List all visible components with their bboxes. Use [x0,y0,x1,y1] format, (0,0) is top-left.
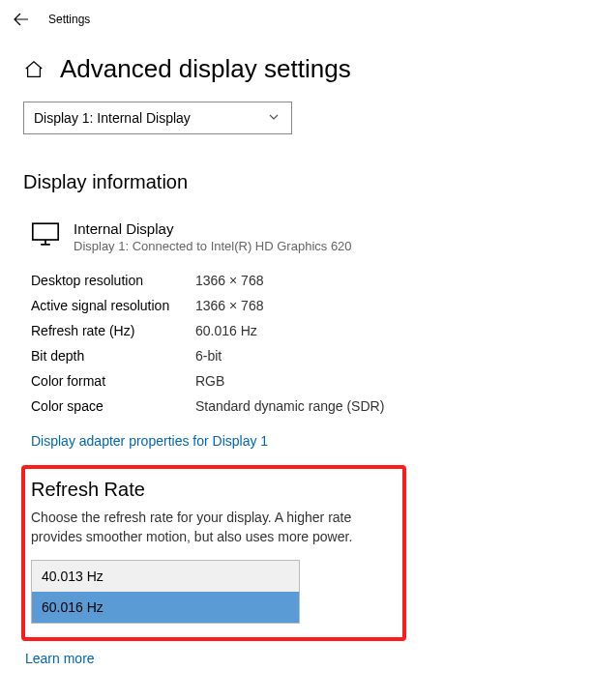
info-label: Color space [31,398,195,414]
monitor-icon [31,222,60,249]
info-row: Refresh rate (Hz) 60.016 Hz [23,323,569,338]
refresh-rate-section: Refresh Rate Choose the refresh rate for… [21,465,406,641]
refresh-rate-option[interactable]: 60.016 Hz [32,592,299,623]
display-subtext: Display 1: Connected to Intel(R) HD Grap… [74,239,352,253]
dropdown-selected-text: Display 1: Internal Display [34,110,191,126]
refresh-rate-heading: Refresh Rate [31,479,397,501]
info-label: Active signal resolution [31,298,195,313]
refresh-rate-description: Choose the refresh rate for your display… [31,509,397,546]
page-title: Advanced display settings [60,54,351,84]
display-info-heading: Display information [23,171,569,193]
info-label: Desktop resolution [31,273,195,288]
adapter-properties-link[interactable]: Display adapter properties for Display 1 [23,433,268,449]
info-label: Refresh rate (Hz) [31,323,195,338]
home-icon [23,59,44,80]
info-value: 1366 × 768 [195,298,263,313]
display-name: Internal Display [74,220,352,237]
learn-more-link[interactable]: Learn more [25,651,95,666]
info-row: Color space Standard dynamic range (SDR) [23,398,569,414]
display-select-dropdown[interactable]: Display 1: Internal Display [23,102,292,134]
info-label: Bit depth [31,348,195,364]
info-row: Color format RGB [23,373,569,389]
info-value: 6-bit [195,348,222,364]
info-label: Color format [31,373,195,389]
info-row: Desktop resolution 1366 × 768 [23,273,569,288]
info-value: RGB [195,373,224,389]
info-row: Active signal resolution 1366 × 768 [23,298,569,313]
svg-rect-0 [33,223,58,240]
window-title: Settings [48,13,90,26]
back-button[interactable] [12,10,31,29]
arrow-left-icon [14,12,29,27]
info-value: Standard dynamic range (SDR) [195,398,384,414]
chevron-down-icon [268,109,281,127]
refresh-rate-option[interactable]: 40.013 Hz [32,561,299,592]
refresh-rate-listbox[interactable]: 40.013 Hz 60.016 Hz [31,560,300,624]
info-value: 1366 × 768 [195,273,263,288]
info-value: 60.016 Hz [195,323,257,338]
info-row: Bit depth 6-bit [23,348,569,364]
